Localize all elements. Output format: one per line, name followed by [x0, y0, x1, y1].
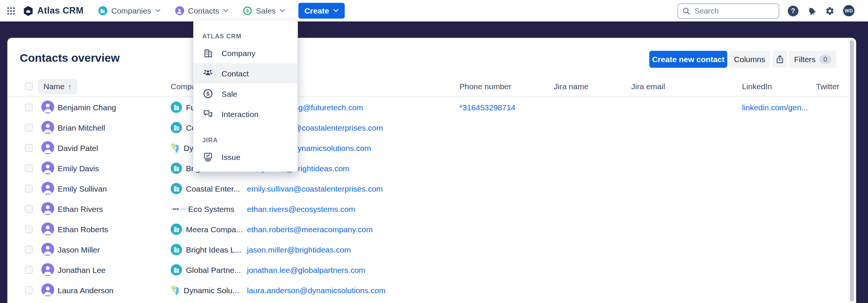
table-row[interactable]: David Patel Dynamic Solutions david.pate… [8, 138, 848, 158]
nav-item-label: Contacts [188, 6, 219, 15]
svg-text:$: $ [206, 91, 209, 97]
email-link[interactable]: jason.miller@brightideas.com [247, 239, 351, 260]
company-building-icon [171, 224, 182, 235]
menu-item-label: Company [222, 49, 255, 58]
search-field[interactable] [678, 3, 779, 18]
create-button[interactable]: Create [298, 3, 345, 19]
nav-item-sales[interactable]: $ Sales [243, 6, 285, 15]
chevron-down-icon [155, 9, 160, 12]
company-cell[interactable]: Meera Compa... [171, 224, 243, 235]
contact-name[interactable]: Emily Davis [58, 158, 99, 178]
row-checkbox[interactable] [25, 144, 33, 152]
user-avatar[interactable]: WD [843, 5, 854, 17]
table-row[interactable]: Jason Miller Bright Ideas L... jason.mil… [8, 239, 848, 260]
eco-systems-logo: ✳ecosystems [171, 207, 184, 211]
share-export-button[interactable] [773, 51, 787, 68]
contact-name[interactable]: Jonathan Lee [58, 260, 105, 280]
menu-item-sale[interactable]: $ Sale [193, 84, 298, 104]
contact-name[interactable]: David Patel [58, 138, 98, 158]
table-row[interactable]: Ethan Rivers ✳ecosystems Eco Systems eth… [8, 199, 848, 219]
company-cell[interactable]: Global Partne... [171, 264, 241, 276]
column-header-twitter[interactable]: Twitter [816, 78, 839, 96]
company-building-icon [171, 244, 182, 255]
contact-name[interactable]: Laura Anderson [58, 280, 113, 300]
company-leaf-icon [171, 285, 180, 296]
company-cell[interactable]: Coastal Enter... [171, 183, 240, 194]
atlas-crm-logo[interactable]: Atlas CRM [23, 5, 84, 16]
table-row[interactable]: Benjamin Chang Futuretech benjamin.chang… [8, 97, 848, 117]
row-checkbox[interactable] [25, 104, 33, 111]
row-checkbox[interactable] [25, 225, 33, 233]
column-header-linkedin[interactable]: LinkedIn [742, 78, 772, 96]
app-title: Atlas CRM [37, 6, 84, 16]
select-all-checkbox[interactable] [25, 82, 33, 90]
column-header-jira-name[interactable]: Jira name [554, 78, 588, 96]
company-building-icon [171, 163, 182, 174]
linkedin-link[interactable]: linkedin.com/gen... [742, 97, 808, 117]
menu-item-issue[interactable]: Issue [193, 147, 298, 167]
email-link[interactable]: jonathan.lee@globalpartners.com [247, 260, 365, 280]
menu-item-interaction[interactable]: Interaction [193, 104, 298, 124]
person-icon [41, 141, 55, 154]
contact-name[interactable]: Brian Mitchell [58, 117, 105, 138]
column-header-name[interactable]: Name ↑ [38, 79, 78, 94]
create-button-label: Create [304, 6, 329, 15]
contact-avatar [41, 121, 55, 134]
column-header-phone[interactable]: Phone number [460, 78, 512, 96]
contact-name[interactable]: Emily Sullivan [58, 178, 107, 199]
row-checkbox[interactable] [25, 164, 33, 172]
company-cell[interactable]: Bright Ideas L... [171, 244, 241, 255]
contact-name[interactable]: Ethan Roberts [58, 219, 108, 239]
email-link[interactable]: ethan.rivers@ecosystems.com [247, 199, 355, 219]
contact-avatar [41, 202, 55, 215]
table-row[interactable]: Ethan Roberts Meera Compa... ethan.rober… [8, 219, 848, 239]
row-checkbox[interactable] [25, 124, 33, 132]
sort-ascending-icon: ↑ [68, 79, 72, 94]
company-cell[interactable]: Dynamic Solu... [171, 285, 239, 296]
row-checkbox[interactable] [25, 246, 33, 254]
search-icon [683, 7, 690, 15]
row-checkbox[interactable] [25, 205, 33, 213]
contact-group-icon [202, 69, 214, 79]
table-row[interactable]: Emily Sullivan Coastal Enter... emily.su… [8, 178, 848, 199]
email-link[interactable]: ethan.roberts@meeracompany.com [247, 219, 373, 239]
company-building-icon [171, 183, 182, 194]
menu-item-company[interactable]: Company [193, 43, 298, 63]
table-row[interactable]: Laura Anderson Dynamic Solu... laura.and… [8, 280, 848, 300]
row-checkbox[interactable] [25, 266, 33, 274]
company-cell[interactable]: ✳ecosystems Eco Systems [171, 203, 234, 215]
contact-avatar [41, 100, 55, 114]
nav-item-contacts[interactable]: Contacts [175, 6, 228, 15]
contact-name[interactable]: Ethan Rivers [58, 199, 103, 219]
person-icon [41, 202, 55, 215]
phone-link[interactable]: *316453298714 [460, 97, 515, 117]
table-row[interactable]: Jonathan Lee Global Partne... jonathan.l… [8, 260, 848, 280]
vertical-scrollbar[interactable] [850, 40, 854, 302]
email-link[interactable]: emily.sullivan@coastalenterprises.com [247, 178, 383, 199]
company-name: Dynamic Solu... [184, 285, 239, 296]
table-row[interactable]: Brian Mitchell Coastal Enterprises brian… [8, 117, 848, 138]
nav-item-companies[interactable]: Companies [98, 6, 160, 15]
column-header-jira-email[interactable]: Jira email [631, 78, 665, 96]
table-row[interactable]: Emily Davis Bright Ideas emily.davis@bri… [8, 158, 848, 178]
app-switcher-button[interactable] [7, 6, 15, 15]
contact-name[interactable]: Benjamin Chang [58, 97, 116, 117]
create-new-contact-button[interactable]: Create new contact [649, 51, 727, 68]
menu-item-contact[interactable]: Contact [193, 63, 298, 84]
help-icon[interactable]: ? [788, 5, 799, 16]
filters-button[interactable]: Filters 0 [789, 51, 836, 68]
interaction-chat-icon [202, 109, 214, 119]
table-row-partial [8, 300, 848, 303]
columns-button[interactable]: Columns [729, 51, 770, 68]
app-window: Atlas CRM Companies Contacts $ Sales Cre… [0, 0, 868, 303]
contact-name[interactable]: Jason Miller [58, 239, 100, 260]
row-checkbox[interactable] [25, 185, 33, 193]
settings-gear-icon[interactable] [825, 6, 835, 16]
search-input[interactable] [694, 6, 764, 16]
row-checkbox[interactable] [25, 286, 33, 294]
contact-avatar [41, 141, 55, 154]
share-export-icon [775, 55, 784, 64]
menu-item-label: Issue [222, 152, 240, 161]
announcement-icon[interactable] [807, 6, 817, 16]
email-link[interactable]: laura.anderson@dynamicsolutions.com [247, 280, 386, 300]
